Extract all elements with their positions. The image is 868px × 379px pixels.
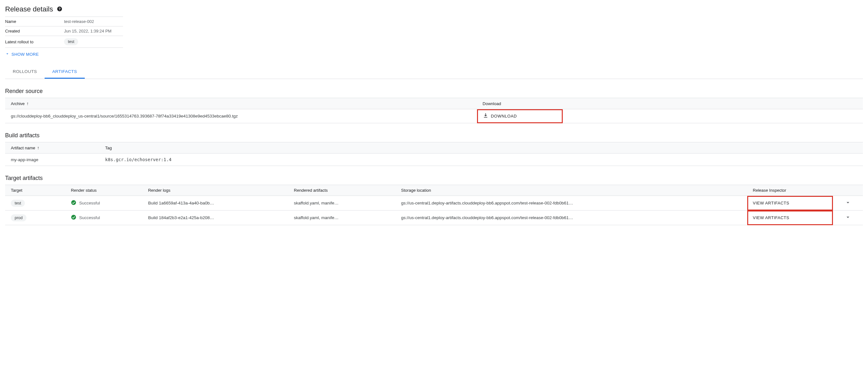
- detail-row-name: Name test-release-002: [5, 17, 123, 26]
- svg-text:?: ?: [59, 7, 61, 10]
- col-spacer: [563, 98, 863, 109]
- col-download: Download: [477, 98, 563, 109]
- download-button[interactable]: DOWNLOAD: [483, 113, 517, 120]
- svg-point-3: [71, 215, 76, 220]
- detail-row-created: Created Jun 15, 2022, 1:39:24 PM: [5, 26, 123, 36]
- col-archive-label: Archive: [11, 101, 25, 106]
- release-inspector-cell: VIEW ARTIFACTS: [747, 211, 833, 225]
- success-check-icon: [71, 200, 76, 207]
- detail-label: Latest rollout to: [5, 39, 64, 44]
- render-status-cell: Successful: [65, 196, 142, 211]
- show-more-label: SHOW MORE: [11, 52, 39, 57]
- chevron-down-icon: [845, 217, 851, 221]
- tab-artifacts[interactable]: ARTIFACTS: [44, 66, 85, 79]
- show-more-button[interactable]: SHOW MORE: [5, 52, 39, 57]
- detail-value: test: [64, 38, 123, 45]
- col-archive[interactable]: Archive ↑: [5, 98, 477, 109]
- sort-arrow-up-icon: ↑: [37, 145, 39, 150]
- tabs-bar: ROLLOUTS ARTIFACTS: [5, 66, 863, 79]
- artifact-tag: k8s.gcr.io/echoserver:1.4: [99, 154, 863, 166]
- chevron-down-icon: [845, 202, 851, 207]
- storage-location: gs://us-central1.deploy-artifacts.cloudd…: [396, 211, 747, 225]
- table-row: test Successful Build 1a6659af-413a-4a40…: [5, 196, 863, 211]
- rendered-artifacts: skaffold.yaml, manife…: [288, 211, 396, 225]
- sort-arrow-up-icon: ↑: [26, 101, 29, 106]
- render-source-table: Archive ↑ Download gs://clouddeploy-bb6_…: [5, 98, 863, 123]
- col-tag-label: Tag: [105, 146, 112, 150]
- help-icon[interactable]: ?: [57, 6, 62, 13]
- target-chip[interactable]: prod: [11, 214, 26, 221]
- download-cell: DOWNLOAD: [477, 109, 563, 123]
- render-source-heading: Render source: [5, 88, 863, 95]
- page-header: Release details ?: [5, 5, 863, 13]
- render-status-cell: Successful: [65, 211, 142, 225]
- detail-label: Name: [5, 19, 64, 24]
- detail-label: Created: [5, 29, 64, 33]
- render-logs[interactable]: Build 1a6659af-413a-4a40-ba0b…: [143, 196, 288, 211]
- target-artifacts-heading: Target artifacts: [5, 175, 863, 182]
- status-text: Successful: [79, 201, 100, 206]
- expand-cell[interactable]: [833, 196, 863, 211]
- col-storage-location[interactable]: Storage location: [396, 185, 747, 196]
- release-details-table: Name test-release-002 Created Jun 15, 20…: [5, 17, 123, 48]
- artifact-name: my-app-image: [5, 154, 99, 166]
- col-rendered-artifacts[interactable]: Rendered artifacts: [288, 185, 396, 196]
- build-artifacts-table: Artifact name ↑ Tag my-app-image k8s.gcr…: [5, 142, 863, 166]
- download-icon: [483, 113, 489, 120]
- target-cell: test: [5, 196, 65, 211]
- view-artifacts-button[interactable]: VIEW ARTIFACTS: [753, 215, 789, 220]
- build-artifacts-heading: Build artifacts: [5, 132, 863, 139]
- page-title: Release details: [5, 5, 53, 13]
- svg-point-2: [71, 200, 76, 205]
- download-label: DOWNLOAD: [491, 114, 517, 119]
- col-artifact-name[interactable]: Artifact name ↑: [5, 143, 99, 154]
- chevron-down-icon: [5, 52, 9, 57]
- tab-rollouts[interactable]: ROLLOUTS: [5, 66, 44, 79]
- col-render-status[interactable]: Render status: [65, 185, 142, 196]
- view-artifacts-button[interactable]: VIEW ARTIFACTS: [753, 201, 789, 206]
- col-release-inspector: Release Inspector: [747, 185, 833, 196]
- col-target[interactable]: Target: [5, 185, 65, 196]
- detail-row-latest-rollout: Latest rollout to test: [5, 36, 123, 48]
- render-source-row: gs://clouddeploy-bb6_clouddeploy_us-cent…: [5, 109, 863, 123]
- col-artifact-name-label: Artifact name: [11, 146, 35, 150]
- col-expand: [833, 185, 863, 196]
- detail-value: test-release-002: [64, 19, 123, 24]
- detail-value: Jun 15, 2022, 1:39:24 PM: [64, 29, 123, 33]
- expand-cell[interactable]: [833, 211, 863, 225]
- target-chip[interactable]: test: [11, 200, 25, 207]
- col-tag[interactable]: Tag: [99, 143, 863, 154]
- success-check-icon: [71, 214, 76, 221]
- table-row: prod Successful Build 184af2b3-e2a1-425a…: [5, 211, 863, 225]
- status-text: Successful: [79, 215, 100, 220]
- target-cell: prod: [5, 211, 65, 225]
- storage-location: gs://us-central1.deploy-artifacts.cloudd…: [396, 196, 747, 211]
- build-artifact-row: my-app-image k8s.gcr.io/echoserver:1.4: [5, 154, 863, 166]
- col-render-logs[interactable]: Render logs: [143, 185, 288, 196]
- render-logs[interactable]: Build 184af2b3-e2a1-425a-b208…: [143, 211, 288, 225]
- col-download-label: Download: [483, 101, 501, 106]
- archive-path: gs://clouddeploy-bb6_clouddeploy_us-cent…: [5, 109, 477, 123]
- rollout-target-chip[interactable]: test: [64, 38, 78, 45]
- release-inspector-cell: VIEW ARTIFACTS: [747, 196, 833, 211]
- target-artifacts-table: Target Render status Render logs Rendere…: [5, 185, 863, 225]
- rendered-artifacts: skaffold.yaml, manife…: [288, 196, 396, 211]
